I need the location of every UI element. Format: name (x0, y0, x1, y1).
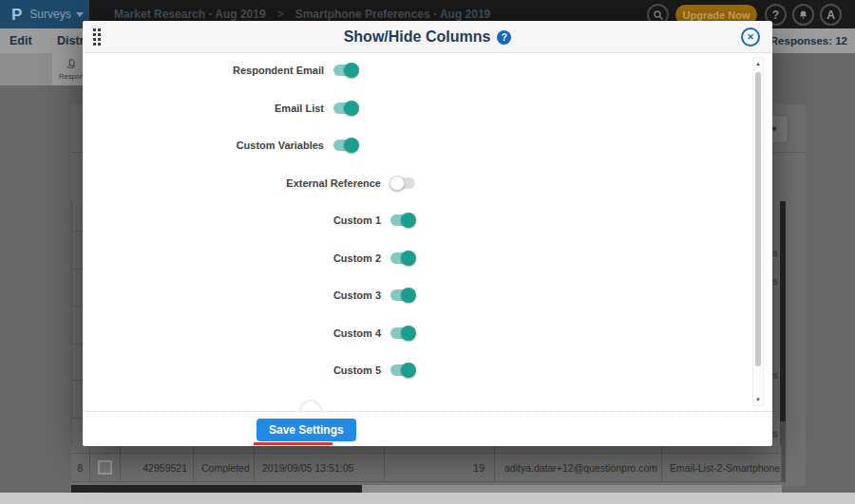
save-settings-button[interactable]: Save Settings (256, 419, 356, 441)
toggle-label: Custom 2 (333, 252, 381, 264)
toggle-row: Custom 3 (83, 287, 415, 304)
toggle-label: Custom Variables (237, 140, 324, 151)
toggle-row: Custom 1 (83, 212, 415, 229)
toggle-knob (344, 63, 359, 78)
toggle-knob (401, 326, 416, 341)
table-row-clipped (71, 446, 782, 454)
cell-response-id: 42959521 (121, 454, 194, 481)
surveys-menu-label: Surveys (29, 8, 70, 21)
brand-block: P Surveys (0, 0, 89, 28)
toggle-row: Custom Variables (83, 137, 358, 154)
responses-tab-icon (65, 58, 78, 71)
magnifier-glyph (653, 9, 664, 21)
table-vertical-scrollbar[interactable] (780, 201, 786, 482)
toggle-knob (344, 101, 359, 116)
cell-status: Completed (194, 454, 255, 481)
surveys-menu[interactable]: Surveys (29, 8, 83, 21)
modal-scrollbar[interactable]: ▲ ▼ (752, 57, 764, 406)
toggle-label: Respondent Email (233, 65, 324, 76)
toggle-label: Custom 1 (333, 215, 381, 226)
toggle-label: Email List (275, 103, 324, 114)
breadcrumb-survey[interactable]: Smartphone Preferences - Aug 2019 (295, 8, 491, 21)
toggle-knob (401, 288, 416, 303)
subnav-tab-label: Respon (59, 72, 84, 81)
scrollbar-thumb[interactable] (780, 201, 786, 421)
annotation-red-underline (254, 442, 332, 445)
toggle-switch[interactable] (390, 327, 415, 339)
toggle-switch[interactable] (333, 65, 358, 76)
toggle-switch[interactable] (390, 289, 415, 301)
toggle-switch[interactable] (390, 177, 415, 189)
notifications-bell-icon[interactable] (792, 4, 814, 26)
table-row[interactable]: 8 42959521 Completed 2019/09/05 13:51:05… (71, 454, 782, 482)
toggle-switch[interactable] (390, 364, 415, 376)
bell-glyph (798, 9, 808, 20)
toggle-row: Custom 5 (83, 362, 415, 379)
modal-header: Show/Hide Columns ? ✕ (83, 21, 772, 53)
table-horizontal-scrollbar[interactable] (71, 485, 782, 493)
modal-title: Show/Hide Columns (344, 28, 491, 46)
drag-handle-icon[interactable] (93, 28, 101, 46)
toggle-knob (401, 213, 416, 228)
cell-row-number: 8 (71, 454, 90, 481)
breadcrumb-folder[interactable]: Market Research - Aug 2019 (114, 8, 266, 21)
toggle-row: Respondent Email (83, 62, 358, 79)
toggle-list: Respondent EmailEmail ListCustom Variabl… (83, 62, 415, 400)
row-checkbox[interactable] (98, 460, 112, 475)
page-bottom-strip (0, 493, 855, 504)
toggle-label: Custom 4 (333, 327, 381, 339)
breadcrumb-chevron: > (277, 8, 284, 21)
responses-count-badge: Responses: 12 (770, 35, 847, 47)
avatar[interactable]: A (820, 4, 842, 26)
toggle-switch[interactable] (390, 252, 415, 264)
toggle-switch[interactable] (333, 103, 358, 114)
toggle-row: External Reference (83, 175, 415, 192)
scrollbar-thumb[interactable] (71, 485, 362, 493)
modal-help-icon[interactable]: ? (497, 30, 511, 45)
cell-timestamp: 2019/09/05 13:51:05 (255, 454, 385, 481)
toggle-label: Custom 5 (333, 364, 381, 376)
toggle-knob (401, 251, 416, 266)
modal-footer: Save Settings (83, 411, 772, 446)
toggle-knob (344, 138, 359, 153)
cell-time-taken: 19 (385, 454, 495, 481)
chevron-down-icon (76, 12, 84, 17)
toggle-label: Custom 3 (333, 289, 381, 301)
close-icon[interactable]: ✕ (741, 28, 760, 47)
toggle-label: External Reference (286, 177, 381, 189)
show-hide-columns-modal: Show/Hide Columns ? ✕ Respondent EmailEm… (83, 21, 772, 446)
toggle-switch[interactable] (333, 140, 358, 151)
questionpro-logo[interactable]: P (11, 7, 22, 23)
cell-email-list: Email-List-2-Smartphone-A (662, 454, 782, 481)
toggle-knob (401, 363, 416, 378)
scrollbar-thumb[interactable] (755, 72, 761, 366)
toggle-knob (390, 176, 405, 191)
cell-email: aditya.datar+12@questionpro.com (495, 454, 662, 481)
scroll-down-arrow[interactable]: ▼ (753, 397, 763, 402)
toggle-switch[interactable] (390, 215, 415, 226)
tab-edit[interactable]: Edit (10, 34, 32, 47)
toggle-row: Custom 2 (83, 250, 415, 267)
toggle-row: Custom 4 (83, 325, 415, 342)
cell-checkbox (90, 454, 121, 481)
scroll-up-arrow[interactable]: ▲ (753, 61, 763, 66)
toggle-row: Email List (83, 100, 358, 117)
